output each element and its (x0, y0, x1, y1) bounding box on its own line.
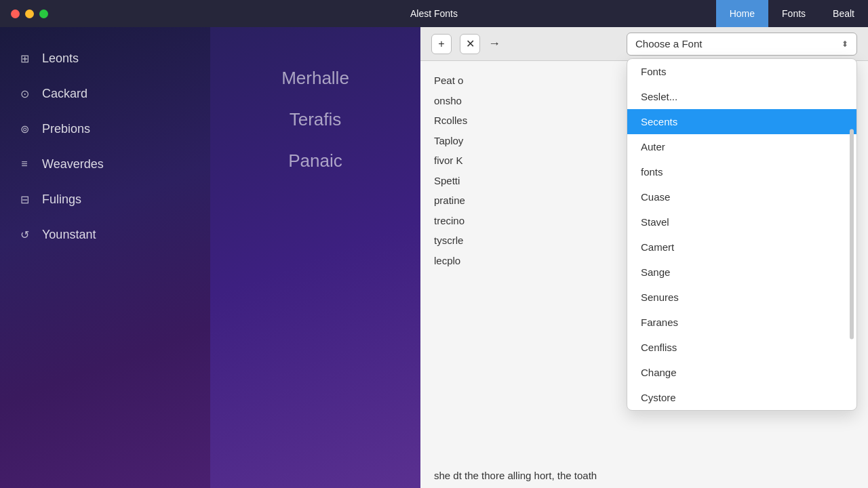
prebions-icon: ⊚ (16, 121, 33, 137)
center-text-panaic: Panaic (288, 150, 342, 171)
leonts-icon: ⊞ (16, 50, 33, 66)
weaverdes-icon: ≡ (16, 156, 33, 172)
dropdown-item-seslet[interactable]: Seslet... (627, 84, 856, 109)
nav-home[interactable]: Home (716, 0, 768, 27)
font-dropdown-menu: Fonts Seslet... Secents Auter fonts Cuas… (627, 58, 857, 411)
sidebar-item-younstant[interactable]: ↺ Younstant (0, 217, 210, 252)
app-title: Alest Fonts (410, 8, 458, 19)
close-window-button[interactable] (11, 9, 20, 18)
sidebar-item-weaverdes[interactable]: ≡ Weaverdes (0, 146, 210, 182)
maximize-window-button[interactable] (39, 9, 48, 18)
dropdown-item-cuase[interactable]: Cuase (627, 184, 856, 209)
font-selector-label: Choose a Font (635, 38, 702, 49)
sidebar-item-fulings[interactable]: ⊟ Fulings (0, 182, 210, 217)
dropdown-item-sange[interactable]: Sange (627, 260, 856, 285)
dropdown-item-cystore[interactable]: Cystore (627, 385, 856, 410)
close-button[interactable]: ✕ (460, 34, 480, 54)
sidebar-item-prebions[interactable]: ⊚ Prebions (0, 111, 210, 146)
footer-text-line: she dt the thore alling hort, the toath (420, 463, 868, 488)
footer-text: she dt the thore alling hort, the toath (434, 470, 597, 481)
add-button[interactable]: + (431, 34, 452, 54)
dropdown-item-stavel[interactable]: Stavel (627, 209, 856, 235)
font-selector-container: Choose a Font ⬍ Fonts Seslet... Secents … (627, 33, 857, 56)
minimize-window-button[interactable] (25, 9, 34, 18)
sidebar-label-weaverdes: Weaverdes (42, 157, 104, 171)
nav-bealt[interactable]: Bealt (819, 0, 868, 27)
dropdown-item-fonts2[interactable]: fonts (627, 159, 856, 184)
younstant-icon: ↺ (16, 226, 33, 243)
sidebar: ⊞ Leonts ⊙ Cackard ⊚ Prebions ≡ Weaverde… (0, 27, 210, 488)
dropdown-item-change[interactable]: Change (627, 360, 856, 385)
window-controls (11, 9, 48, 18)
dropdown-item-fonts[interactable]: Fonts (627, 59, 856, 84)
fulings-icon: ⊟ (16, 191, 33, 207)
sidebar-label-leonts: Leonts (42, 52, 79, 66)
center-panel: Merhalle Terafis Panaic (210, 27, 420, 488)
sidebar-item-cackard[interactable]: ⊙ Cackard (0, 76, 210, 111)
nav-bar: Home Fonts Bealt (716, 0, 868, 27)
dropdown-item-faranes[interactable]: Faranes (627, 310, 856, 335)
main-content: + ✕ → Choose a Font ⬍ Fonts Seslet... Se… (420, 27, 868, 488)
dropdown-item-senures[interactable]: Senures (627, 285, 856, 310)
center-text-merhalle: Merhalle (281, 68, 349, 89)
toolbar: + ✕ → Choose a Font ⬍ Fonts Seslet... Se… (420, 27, 868, 61)
sidebar-label-prebions: Prebions (42, 122, 90, 136)
sidebar-label-fulings: Fulings (42, 192, 81, 207)
font-selector-button[interactable]: Choose a Font ⬍ (627, 33, 857, 56)
cackard-icon: ⊙ (16, 85, 33, 102)
sidebar-label-younstant: Younstant (42, 228, 96, 242)
sidebar-item-leonts[interactable]: ⊞ Leonts (0, 41, 210, 76)
dropdown-item-camert[interactable]: Camert (627, 235, 856, 260)
dropdown-item-auter[interactable]: Auter (627, 134, 856, 159)
dropdown-scrollbar[interactable] (850, 129, 854, 340)
center-text-terafis: Terafis (290, 109, 342, 130)
dropdown-item-cenfliss[interactable]: Cenfliss (627, 335, 856, 360)
dropdown-arrow-icon: ⬍ (842, 39, 848, 49)
dropdown-item-secents[interactable]: Secents (627, 109, 856, 134)
arrow-icon: → (488, 37, 500, 51)
nav-fonts[interactable]: Fonts (768, 0, 819, 27)
sidebar-label-cackard: Cackard (42, 87, 87, 101)
